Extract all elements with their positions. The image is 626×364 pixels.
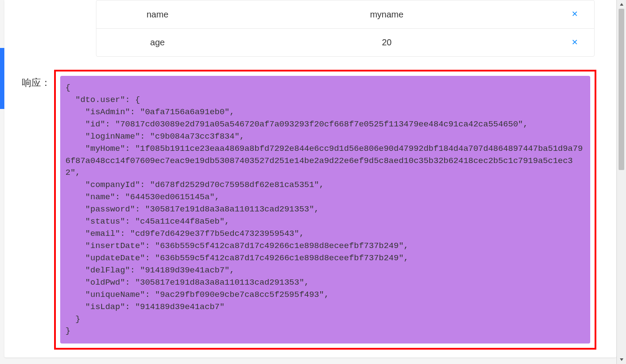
params-table: name myname ✕ age 20 ✕	[96, 0, 595, 57]
delete-row-icon[interactable]: ✕	[570, 38, 579, 47]
scroll-down-arrow-icon[interactable]	[617, 355, 626, 364]
delete-row-icon[interactable]: ✕	[570, 10, 579, 19]
response-label: 响应：	[22, 76, 51, 89]
table-row: name myname ✕	[96, 0, 594, 28]
param-key: name	[96, 10, 219, 20]
sidebar-active-indicator	[0, 48, 4, 109]
content-area: name myname ✕ age 20 ✕ 响应： { "dto.user":…	[4, 0, 616, 357]
table-row: age 20 ✕	[96, 28, 594, 56]
param-action-cell: ✕	[555, 10, 594, 19]
scroll-up-arrow-icon[interactable]	[617, 0, 626, 9]
vertical-scrollbar[interactable]	[616, 0, 626, 364]
param-key: age	[96, 37, 219, 48]
scroll-track[interactable]	[618, 9, 625, 355]
scroll-thumb[interactable]	[619, 9, 624, 170]
param-value: 20	[219, 37, 555, 48]
param-value: myname	[219, 10, 555, 20]
param-action-cell: ✕	[555, 38, 594, 47]
response-json[interactable]: { "dto.user": { "isAdmin": "0afa7156a6a9…	[60, 76, 590, 344]
main-panel: name myname ✕ age 20 ✕ 响应： { "dto.user":…	[4, 0, 616, 357]
response-section: 响应： { "dto.user": { "isAdmin": "0afa7156…	[22, 70, 599, 350]
response-highlight-box: { "dto.user": { "isAdmin": "0afa7156a6a9…	[54, 70, 596, 350]
